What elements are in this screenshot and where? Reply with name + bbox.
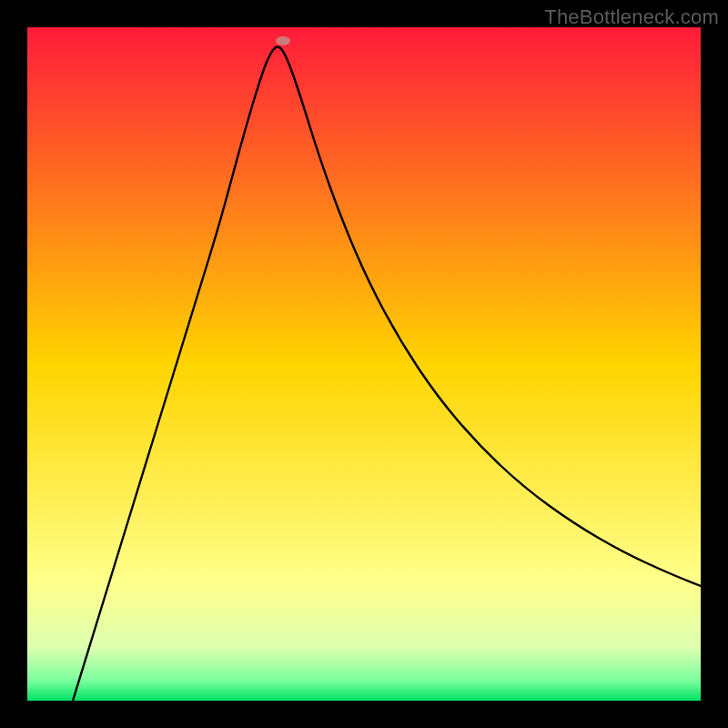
chart-container: TheBottleneck.com — [0, 0, 728, 728]
plot-area — [27, 27, 701, 701]
bottleneck-point-marker — [276, 36, 290, 46]
chart-svg — [27, 27, 701, 701]
chart-background — [27, 27, 701, 701]
watermark-text: TheBottleneck.com — [544, 5, 719, 29]
